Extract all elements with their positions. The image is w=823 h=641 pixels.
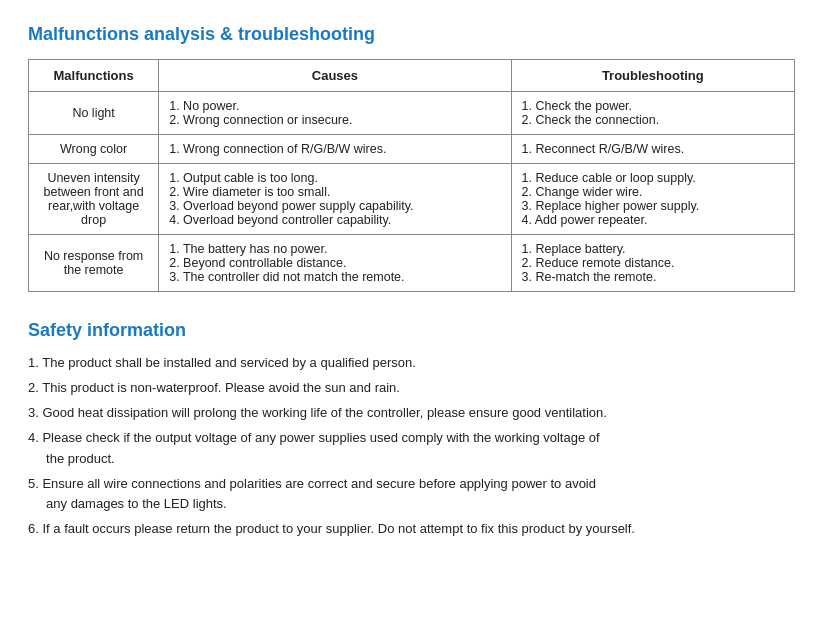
safety-list: 1. The product shall be installed and se… bbox=[28, 353, 795, 539]
safety-item: 6. If a fault occurs please return the p… bbox=[28, 519, 795, 539]
header-causes: Causes bbox=[159, 60, 511, 92]
troubleshooting-cell: 1. Reconnect R/G/B/W wires. bbox=[511, 135, 794, 164]
troubleshooting-cell: 1. Check the power.2. Check the connecti… bbox=[511, 92, 794, 135]
malfunction-cell: Uneven intensity between front and rear,… bbox=[29, 164, 159, 235]
causes-cell: 1. No power.2. Wrong connection or insec… bbox=[159, 92, 511, 135]
safety-item: 3. Good heat dissipation will prolong th… bbox=[28, 403, 795, 423]
malfunction-cell: Wrong color bbox=[29, 135, 159, 164]
troubleshooting-cell: 1. Reduce cable or loop supply.2. Change… bbox=[511, 164, 794, 235]
troubleshooting-cell: 1. Replace battery.2. Reduce remote dist… bbox=[511, 235, 794, 292]
safety-item: 4. Please check if the output voltage of… bbox=[28, 428, 795, 468]
safety-item: 2. This product is non-waterproof. Pleas… bbox=[28, 378, 795, 398]
header-malfunction: Malfunctions bbox=[29, 60, 159, 92]
safety-item: 1. The product shall be installed and se… bbox=[28, 353, 795, 373]
safety-title: Safety information bbox=[28, 320, 795, 341]
safety-item: 5. Ensure all wire connections and polar… bbox=[28, 474, 795, 514]
malfunction-cell: No light bbox=[29, 92, 159, 135]
causes-cell: 1. Wrong connection of R/G/B/W wires. bbox=[159, 135, 511, 164]
malfunction-cell: No response from the remote bbox=[29, 235, 159, 292]
causes-cell: 1. The battery has no power.2. Beyond co… bbox=[159, 235, 511, 292]
causes-cell: 1. Output cable is too long.2. Wire diam… bbox=[159, 164, 511, 235]
malfunction-table: Malfunctions Causes Troubleshooting No l… bbox=[28, 59, 795, 292]
page-title: Malfunctions analysis & troubleshooting bbox=[28, 24, 795, 45]
header-troubleshooting: Troubleshooting bbox=[511, 60, 794, 92]
